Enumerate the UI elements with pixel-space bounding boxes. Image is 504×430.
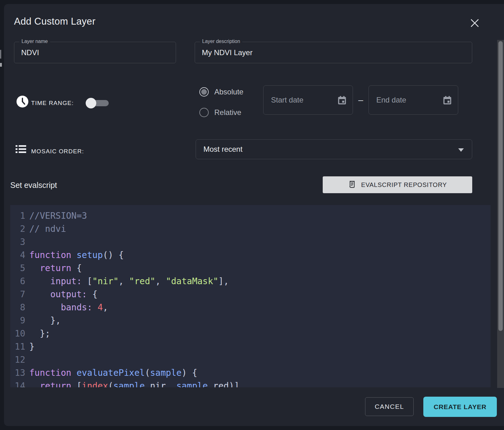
code-text: return [index(sample.nir, sample.red)] <box>29 380 239 387</box>
radio-relative[interactable]: Relative <box>199 108 241 117</box>
mosaic-list-icon <box>16 145 26 154</box>
cancel-button[interactable]: CANCEL <box>365 397 414 416</box>
start-date-input[interactable] <box>271 86 328 114</box>
line-number: 6 <box>10 275 25 288</box>
line-number: 4 <box>10 249 25 262</box>
line-number: 3 <box>10 236 25 249</box>
calendar-icon[interactable] <box>337 95 347 105</box>
calendar-icon[interactable] <box>442 95 452 105</box>
code-line: 4function setup() { <box>10 249 491 262</box>
mosaic-order-dropdown[interactable]: Most recent <box>196 139 472 159</box>
line-number: 2 <box>10 222 25 236</box>
chevron-down-icon <box>458 148 464 152</box>
code-line: 10 }; <box>10 327 491 340</box>
code-line: 5 return { <box>10 262 491 275</box>
page-scrollbar-thumb[interactable] <box>498 41 503 331</box>
layer-description-field: Layer description <box>195 42 472 63</box>
code-line: 13function evaluatePixel(sample) { <box>10 366 491 380</box>
line-number: 13 <box>10 366 25 380</box>
radio-unselected-icon <box>199 108 209 117</box>
script-icon <box>348 180 356 189</box>
line-number: 10 <box>10 327 25 340</box>
mosaic-order-label: MOSAIC ORDER: <box>31 148 84 155</box>
code-line: 6 input: ["nir", "red", "dataMask"], <box>10 275 491 288</box>
code-line: 12 <box>10 353 491 366</box>
code-line: 3 <box>10 236 491 249</box>
code-line: 1//VERSION=3 <box>10 209 491 222</box>
layer-description-input[interactable] <box>202 42 437 63</box>
line-number: 5 <box>10 262 25 275</box>
dialog-title: Add Custom Layer <box>14 16 96 27</box>
code-text: //VERSION=3 <box>29 209 87 222</box>
clock-icon <box>17 96 28 108</box>
code-line: 14 return [index(sample.nir, sample.red)… <box>10 380 491 387</box>
code-text: function evaluatePixel(sample) { <box>29 366 197 380</box>
code-text: output: { <box>29 288 97 301</box>
line-number: 7 <box>10 288 25 301</box>
line-number: 14 <box>10 380 25 387</box>
add-custom-layer-dialog: Add Custom Layer Layer name Layer descri… <box>4 4 504 426</box>
code-line: 11} <box>10 340 491 353</box>
create-layer-button[interactable]: CREATE LAYER <box>423 397 497 417</box>
mosaic-order-value: Most recent <box>203 145 242 154</box>
toggle-knob <box>86 98 96 108</box>
date-range-separator: – <box>353 85 368 115</box>
code-line: 9 }, <box>10 314 491 327</box>
layer-name-field: Layer name <box>14 42 176 63</box>
layer-name-input[interactable] <box>21 42 158 63</box>
code-text: function setup() { <box>29 249 124 262</box>
code-text: }; <box>29 327 50 340</box>
line-number: 12 <box>10 353 25 366</box>
end-date-input[interactable] <box>376 86 433 114</box>
evalscript-heading: Set evalscript <box>10 181 57 190</box>
radio-absolute-label: Absolute <box>214 88 243 96</box>
screen: Add Custom Layer Layer name Layer descri… <box>0 0 504 430</box>
code-text: bands: 4, <box>29 301 108 314</box>
line-number: 1 <box>10 209 25 222</box>
code-text: }, <box>29 314 61 327</box>
end-date-field <box>368 85 458 115</box>
underlying-ui-artifact <box>0 50 1 59</box>
radio-relative-label: Relative <box>214 108 241 117</box>
line-number: 9 <box>10 314 25 327</box>
radio-selected-icon <box>199 87 209 97</box>
evalscript-code-editor[interactable]: 1//VERSION=32// ndvi34function setup() {… <box>10 205 491 387</box>
line-number: 11 <box>10 340 25 353</box>
code-text: input: ["nir", "red", "dataMask"], <box>29 275 229 288</box>
line-number: 8 <box>10 301 25 314</box>
code-text: } <box>29 340 35 353</box>
time-range-toggle[interactable] <box>86 98 109 109</box>
radio-absolute[interactable]: Absolute <box>199 87 243 97</box>
start-date-field <box>263 85 353 115</box>
code-line: 7 output: { <box>10 288 491 301</box>
evalscript-repository-button[interactable]: EVALSCRIPT REPOSITORY <box>323 176 472 193</box>
evalscript-repository-label: EVALSCRIPT REPOSITORY <box>361 181 447 189</box>
code-text: // ndvi <box>29 222 66 236</box>
close-icon[interactable] <box>469 17 481 29</box>
underlying-ui-artifact <box>0 63 2 67</box>
code-line: 8 bands: 4, <box>10 301 491 314</box>
code-text: return { <box>29 262 82 275</box>
code-line: 2// ndvi <box>10 222 491 236</box>
time-range-label: TIME RANGE: <box>31 100 74 107</box>
page-scrollbar-track[interactable] <box>497 40 504 388</box>
